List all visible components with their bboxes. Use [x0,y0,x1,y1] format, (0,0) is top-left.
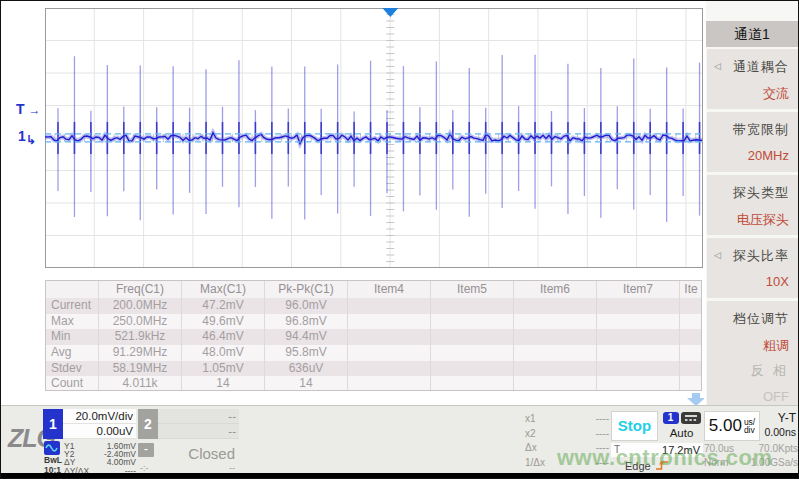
timebase-button[interactable]: 5.00 us/div [704,411,760,441]
row-label: Min [46,329,99,345]
cell: 200.0MHz [99,298,182,314]
row-label: Stdev [46,361,99,377]
cell: Ite [680,281,702,298]
cell [597,329,680,345]
table-row: Avg91.29MHz48.0mV95.8mV [46,345,701,361]
menu-item-label: 探头类型 [707,184,789,202]
ac-coupling-icon [44,441,60,455]
channel1-badge[interactable]: 1 [43,409,63,439]
menu-item-4[interactable]: ◁探头比率10X [707,238,798,298]
readout-value: ---- [596,427,609,442]
menu-item-2[interactable]: 带宽限制20MHz [707,112,798,172]
cell [597,361,680,377]
run-state-button[interactable]: Stop [611,411,658,441]
cell [680,376,702,391]
cell [514,361,597,377]
menu-item-label: 反 相 [707,362,789,380]
cell [348,298,431,314]
measurement-table: Freq(C1)Max(C1)Pk-Pk(C1)Item4Item5Item6I… [45,280,702,391]
menu-item-value: 20MHz [707,148,789,163]
cell [680,329,702,345]
cell [680,345,702,361]
row-label: Max [46,314,99,330]
cell: 95.8mV [265,345,348,361]
menu-item-1[interactable]: ◁通道耦合交流 [707,49,798,109]
trigger-source-block[interactable]: 1 Auto [660,411,703,441]
cell [514,298,597,314]
readout-row: x1---- [525,412,609,427]
table-row: Min521.9kHz46.4mV94.4mV [46,329,701,345]
cell: Item7 [597,281,680,298]
cell: 94.4mV [265,329,348,345]
cell [514,314,597,330]
channel2-extra: -- [229,463,235,473]
cell [431,329,514,345]
cell [348,329,431,345]
cell: Pk-Pk(C1) [265,281,348,298]
cell [597,345,680,361]
trigger-level-marker[interactable]: T → [16,102,40,117]
cell [597,314,680,330]
readout-label: x2 [525,427,536,442]
bandwidth-limit-label: BwL [44,455,63,465]
dc-coupling-icon [681,412,701,424]
cell [514,329,597,345]
menu-item-3[interactable]: 探头类型电压探头 [707,175,798,235]
y-cursor-readout: Y11.60mVY2-2.40mVΔY4.00mVΔY/ΔX---- [64,442,136,475]
cell [431,298,514,314]
cell: 636uV [265,361,348,377]
readout-label: 1/Δx [525,456,545,471]
cell [348,376,431,391]
cell: Freq(C1) [99,281,182,298]
cell: Max(C1) [182,281,265,298]
table-header-row: Freq(C1)Max(C1)Pk-Pk(C1)Item4Item5Item6I… [46,281,701,298]
bottom-black-strip [1,473,798,478]
cell [431,345,514,361]
channel1-position-marker[interactable]: 1↳ [18,129,36,144]
cell: 49.6mV [182,314,265,330]
cell: 521.9kHz [99,329,182,345]
channel1-status-block[interactable]: 1 20.0mV/div 0.00uV BwL 10:1 Y11.60mVY2-… [43,409,136,474]
cell: 1.05mV [182,361,265,377]
readout-label: Δx [525,441,537,456]
cell: 14 [265,376,348,391]
table-row: Max250.0MHz49.6mV96.8mV [46,314,701,330]
channel1-scale: 20.0mV/div [63,409,136,424]
cell: 14 [182,376,265,391]
channel2-ratio: -:- [140,463,149,473]
channel2-badge[interactable]: 2 [138,409,158,439]
trigger-source-badge[interactable]: 1 [663,412,679,424]
menu-item-value: 交流 [707,85,789,103]
menu-item-label: 带宽限制 [707,121,789,139]
cell [348,361,431,377]
cell [680,298,702,314]
row-label [46,281,99,298]
table-row: Count4.011k1414 [46,376,701,391]
cell [514,376,597,391]
table-row: Current200.0MHz47.2mV96.0mV [46,298,701,314]
cell [680,314,702,330]
menu-item-5[interactable]: 档位调节粗调 [707,301,798,361]
expand-left-icon: ◁ [714,250,721,260]
cell [597,376,680,391]
cell [597,298,680,314]
waveform-display[interactable] [45,8,703,268]
cell: 96.8mV [265,314,348,330]
channel2-offset: -- [158,424,239,439]
menu-item-6[interactable]: 反 相OFF [707,353,798,405]
cell [431,314,514,330]
cell: 48.0mV [182,345,265,361]
readout-value: ---- [596,412,609,427]
readout-label: x1 [525,412,536,427]
cell [680,361,702,377]
channel2-coupling-badge: - [138,443,154,457]
cell: 96.0mV [265,298,348,314]
cell: Item6 [514,281,597,298]
menu-item-value: 10X [707,274,789,289]
menu-item-label: 档位调节 [707,310,789,328]
channel-menu: 通道1 ◁通道耦合交流带宽限制20MHz探头类型电压探头◁探头比率10X档位调节… [704,1,799,405]
cell: 91.29MHz [99,345,182,361]
channel2-status-block[interactable]: 2 -- -- - Closed -:- -- [138,409,239,474]
channel2-status: Closed [188,445,235,462]
display-mode-block: Y-T 0.00ns [761,411,798,438]
